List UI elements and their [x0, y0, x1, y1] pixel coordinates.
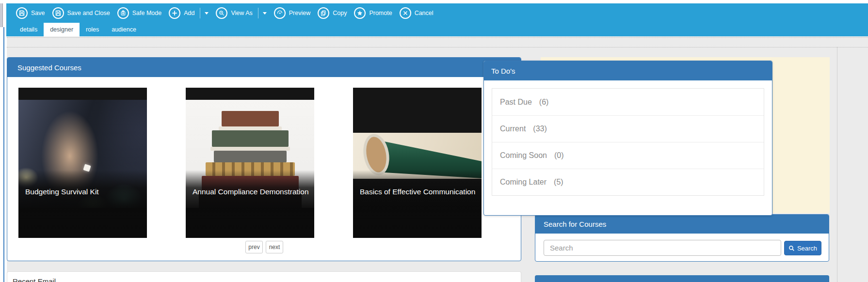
course-card-compliance[interactable]: Annual Compliance Demonstration	[186, 88, 314, 238]
course-title: Basics of Effective Communication	[360, 188, 478, 196]
search-for-courses-panel: Search for Courses Search	[535, 214, 829, 262]
view-as-label: View As	[231, 10, 252, 16]
top-margin	[0, 0, 868, 3]
toolbar-buttons-row: Save Save and Close Safe Mode	[6, 3, 868, 23]
save-button[interactable]: Save	[16, 7, 45, 19]
todo-label: Current	[500, 125, 526, 133]
promote-icon	[354, 7, 366, 19]
todo-item-coming-soon[interactable]: Coming Soon (0)	[492, 142, 764, 169]
todo-count: (0)	[554, 151, 564, 160]
preview-label: Preview	[289, 10, 310, 16]
add-button[interactable]: Add	[169, 7, 194, 19]
left-edge-strip	[0, 0, 3, 27]
tab-roles[interactable]: roles	[80, 23, 105, 36]
todo-count: (5)	[554, 178, 563, 187]
toolbar-separator	[200, 8, 200, 18]
carousel-pager: prev next	[245, 241, 283, 253]
recent-email-title: Recent Email	[13, 277, 56, 282]
designer-tabs: details designer roles audience	[6, 23, 868, 36]
view-as-button[interactable]: View As	[216, 7, 252, 19]
region-divider-vertical	[837, 47, 837, 282]
designer-toolbar: Save Save and Close Safe Mode	[6, 3, 868, 36]
view-as-dropdown-caret[interactable]	[263, 12, 267, 15]
safe-mode-button[interactable]: Safe Mode	[117, 7, 161, 19]
course-title: Annual Compliance Demonstration	[193, 188, 310, 196]
copy-label: Copy	[333, 10, 347, 16]
cancel-button[interactable]: Cancel	[400, 7, 434, 19]
book-decoration	[214, 151, 287, 162]
todos-title: To Do's	[491, 67, 515, 75]
save-icon	[16, 7, 28, 19]
recent-email-panel: Recent Email	[7, 271, 521, 282]
save-and-close-button[interactable]: Save and Close	[52, 7, 110, 19]
promote-button[interactable]: Promote	[354, 7, 392, 19]
search-panel-body: Search	[535, 234, 829, 261]
save-and-close-label: Save and Close	[67, 10, 110, 16]
todo-item-current[interactable]: Current (33)	[492, 115, 764, 142]
region-divider	[7, 37, 868, 38]
cancel-icon	[400, 7, 411, 19]
add-label: Add	[184, 10, 194, 16]
view-as-icon	[216, 7, 227, 19]
preview-button[interactable]: Preview	[274, 7, 310, 19]
book-decoration	[222, 111, 279, 126]
safe-mode-icon	[117, 7, 129, 19]
save-icon	[52, 7, 64, 19]
region-divider	[7, 47, 868, 47]
search-panel-header[interactable]: Search for Courses	[535, 215, 829, 234]
tab-roles-label: roles	[86, 26, 99, 33]
toolbar-separator	[258, 8, 258, 18]
search-button-label: Search	[797, 245, 817, 252]
safe-mode-label: Safe Mode	[132, 10, 161, 16]
course-title: Budgeting Survival Kit	[25, 188, 143, 196]
course-card-communication[interactable]: Basics of Effective Communication	[353, 88, 482, 238]
next-button[interactable]: next	[266, 241, 283, 253]
todo-item-past-due[interactable]: Past Due (6)	[492, 89, 764, 115]
todo-item-coming-later[interactable]: Coming Later (5)	[492, 169, 764, 195]
add-icon	[169, 7, 180, 19]
bottom-right-panel-header[interactable]	[535, 275, 829, 282]
todo-count: (33)	[533, 125, 547, 133]
todo-count: (6)	[539, 98, 549, 107]
copy-button[interactable]: Copy	[318, 7, 347, 19]
copy-icon	[318, 7, 329, 19]
todos-panel[interactable]: To Do's Past Due (6) Current (33) Coming…	[483, 61, 772, 216]
search-panel-title: Search for Courses	[544, 220, 606, 228]
tab-details-label: details	[20, 26, 37, 33]
save-label: Save	[31, 10, 45, 16]
todo-label: Coming Later	[500, 178, 547, 187]
preview-icon	[274, 7, 286, 19]
suggested-courses-title: Suggested Courses	[17, 63, 81, 72]
add-dropdown-caret[interactable]	[205, 12, 209, 15]
promote-label: Promote	[369, 10, 392, 16]
region-selection-border	[3, 27, 4, 282]
todos-list: Past Due (6) Current (33) Coming Soon (0…	[492, 88, 764, 196]
tab-designer[interactable]: designer	[44, 23, 80, 36]
todo-label: Coming Soon	[500, 151, 547, 160]
card-title-overlay	[186, 170, 314, 238]
cancel-label: Cancel	[415, 10, 434, 16]
search-button[interactable]: Search	[784, 241, 821, 255]
search-input[interactable]	[544, 240, 781, 256]
todos-header[interactable]: To Do's	[484, 61, 772, 80]
search-icon	[788, 245, 795, 251]
suggested-courses-header[interactable]: Suggested Courses	[7, 58, 521, 77]
todo-label: Past Due	[500, 98, 532, 107]
book-decoration	[212, 130, 289, 147]
tab-audience[interactable]: audience	[105, 23, 143, 36]
course-card-budgeting[interactable]: Budgeting Survival Kit	[18, 88, 147, 238]
card-title-overlay	[353, 170, 482, 238]
prev-button[interactable]: prev	[245, 241, 263, 253]
tab-designer-label: designer	[50, 26, 73, 33]
tab-audience-label: audience	[112, 26, 136, 33]
book-decoration	[210, 147, 290, 151]
tab-details[interactable]: details	[14, 23, 44, 36]
card-title-overlay	[18, 170, 147, 238]
book-decoration	[219, 126, 282, 130]
suggested-courses-panel: Suggested Courses Budgeting Survival Kit…	[7, 57, 521, 261]
